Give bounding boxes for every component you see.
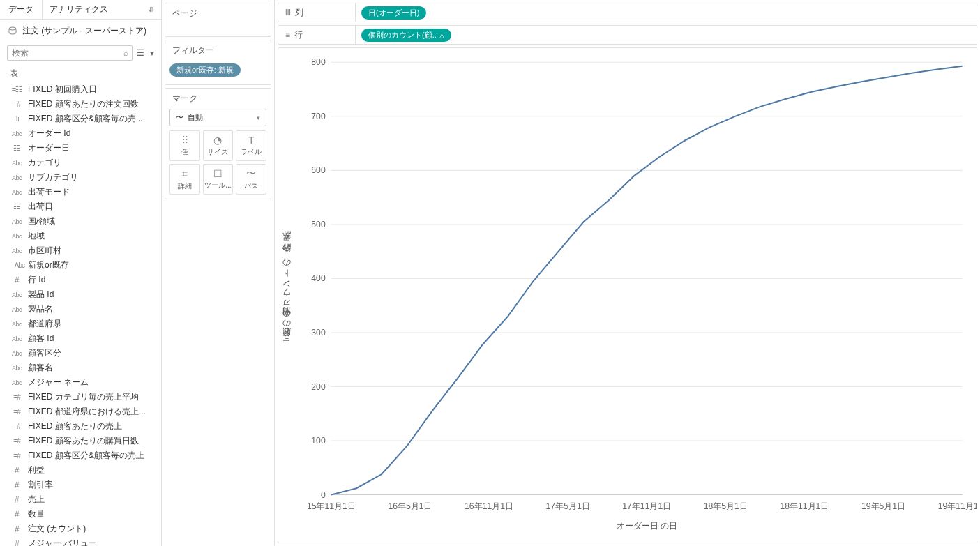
tab-data[interactable]: データ: [0, 0, 42, 19]
field-label: 割引率: [28, 479, 53, 491]
filter-pill[interactable]: 新規or既存: 新規: [169, 63, 241, 77]
field-item[interactable]: =#FIXED カテゴリ毎の売上平均: [0, 390, 161, 404]
field-type-icon: =☷: [11, 85, 22, 94]
field-item[interactable]: Abc出荷モード: [0, 185, 161, 199]
field-type-icon: =#: [11, 408, 22, 416]
field-type-icon: #: [11, 495, 22, 505]
field-item[interactable]: #売上: [0, 492, 161, 507]
field-item[interactable]: ☷出荷日: [0, 199, 161, 214]
view-list-icon[interactable]: ☰: [137, 47, 144, 59]
mark-type-dropdown[interactable]: 〜 自動: [169, 109, 266, 126]
field-item[interactable]: Abcメジャー ネーム: [0, 375, 161, 390]
field-type-icon: Abc: [11, 218, 22, 225]
line-chart: 010020030040050060070080015年11月1日16年5月1日…: [296, 48, 977, 538]
svg-text:0: 0: [321, 490, 326, 500]
line-icon: 〜: [176, 112, 183, 123]
mark-label-label: ラベル: [241, 147, 262, 157]
field-label: 注文 (カウント): [28, 523, 86, 535]
mark-label-button[interactable]: Tラベル: [236, 130, 266, 161]
field-item[interactable]: Abc国/領域: [0, 214, 161, 229]
svg-text:200: 200: [311, 382, 326, 392]
field-item[interactable]: Abc顧客名: [0, 361, 161, 375]
field-label: 市区町村: [28, 245, 61, 257]
field-label: 利益: [28, 464, 45, 476]
svg-text:400: 400: [311, 273, 326, 283]
field-label: 地域: [28, 230, 45, 242]
pages-card: ページ: [165, 3, 271, 37]
label-icon: T: [248, 135, 255, 146]
field-item[interactable]: =#FIXED 顧客あたりの売上: [0, 419, 161, 434]
svg-text:15年11月1日: 15年11月1日: [307, 501, 356, 511]
field-item[interactable]: Abc製品 Id: [0, 287, 161, 302]
field-item[interactable]: =#FIXED 顧客あたりの購買日数: [0, 434, 161, 448]
mark-tooltip-button[interactable]: ☐ツール...: [203, 164, 234, 195]
field-label: 国/領域: [28, 215, 55, 227]
field-item[interactable]: Abc都道府県: [0, 317, 161, 331]
svg-point-0: [9, 27, 16, 30]
field-item[interactable]: #数量: [0, 507, 161, 522]
datasource-row[interactable]: 注文 (サンプル - スーパーストア): [0, 20, 161, 43]
columns-shelf[interactable]: iii列 日(オーダー日): [278, 3, 977, 22]
search-input[interactable]: [7, 45, 133, 61]
rows-shelf[interactable]: ≡行 個別のカウント(顧..△: [278, 25, 977, 45]
field-label: 出荷日: [28, 201, 53, 213]
field-item[interactable]: Abcオーダー Id: [0, 126, 161, 141]
field-item[interactable]: Abc製品名: [0, 302, 161, 317]
field-item[interactable]: Abcサブカテゴリ: [0, 170, 161, 185]
field-item[interactable]: #メジャー バリュー: [0, 536, 161, 546]
field-type-icon: =Abc: [11, 261, 22, 269]
field-item[interactable]: ılıFIXED 顧客区分&顧客毎の売...: [0, 112, 161, 126]
field-item[interactable]: #利益: [0, 463, 161, 478]
field-item[interactable]: =Abc新規or既存: [0, 258, 161, 273]
field-label: FIXED 初回購入日: [28, 84, 97, 96]
field-type-icon: #: [11, 539, 22, 547]
field-item[interactable]: =#FIXED 都道府県における売上...: [0, 404, 161, 419]
field-label: 都道府県: [28, 318, 61, 330]
field-item[interactable]: =#FIXED 顧客あたりの注文回数: [0, 97, 161, 112]
field-label: 製品 Id: [28, 289, 54, 301]
field-type-icon: =#: [11, 437, 22, 445]
svg-text:800: 800: [311, 57, 326, 67]
field-item[interactable]: =☷FIXED 初回購入日: [0, 82, 161, 97]
field-item[interactable]: =#FIXED 顧客区分&顧客毎の売上: [0, 448, 161, 463]
field-item[interactable]: Abcカテゴリ: [0, 156, 161, 170]
cards-column: ページ フィルター 新規or既存: 新規 マーク 〜 自動 ⠿色 ◔サイズ Tラ…: [162, 0, 275, 546]
field-item[interactable]: #注文 (カウント): [0, 522, 161, 536]
tab-analytics[interactable]: アナリティクス ⇵: [42, 0, 161, 19]
tab-analytics-label: アナリティクス: [50, 3, 108, 15]
field-label: 製品名: [28, 303, 53, 315]
svg-text:17年11月1日: 17年11月1日: [622, 501, 671, 511]
dropdown-icon: ⇵: [149, 6, 154, 13]
mark-color-button[interactable]: ⠿色: [169, 130, 200, 161]
view-menu-icon[interactable]: ▾: [149, 47, 156, 59]
svg-text:700: 700: [311, 112, 326, 121]
field-type-icon: ılı: [11, 115, 22, 123]
field-item[interactable]: Abc顧客区分: [0, 346, 161, 361]
field-item[interactable]: ☷オーダー日: [0, 141, 161, 156]
field-item[interactable]: Abc市区町村: [0, 243, 161, 258]
data-pane: データ アナリティクス ⇵ 注文 (サンプル - スーパーストア) ⌕ ☰ ▾ …: [0, 0, 162, 546]
field-item[interactable]: #割引率: [0, 478, 161, 492]
field-label: FIXED 顧客あたりの購買日数: [28, 435, 139, 447]
rows-pill[interactable]: 個別のカウント(顧..△: [361, 29, 451, 42]
field-type-icon: Abc: [11, 335, 22, 342]
field-item[interactable]: Abc顧客 Id: [0, 331, 161, 346]
field-type-icon: =#: [11, 393, 22, 401]
field-type-icon: Abc: [11, 306, 22, 313]
columns-pill[interactable]: 日(オーダー日): [361, 6, 426, 20]
field-label: FIXED 顧客あたりの注文回数: [28, 98, 139, 110]
svg-text:19年5月1日: 19年5月1日: [861, 501, 905, 511]
field-item[interactable]: #行 Id: [0, 273, 161, 287]
field-label: 行 Id: [28, 274, 45, 286]
filters-card: フィルター 新規or既存: 新規: [165, 40, 271, 85]
mark-size-button[interactable]: ◔サイズ: [203, 130, 234, 161]
field-item[interactable]: Abc地域: [0, 229, 161, 243]
marks-card: マーク 〜 自動 ⠿色 ◔サイズ Tラベル ⌗詳細 ☐ツール... 〜パス: [165, 88, 271, 199]
mark-detail-button[interactable]: ⌗詳細: [169, 164, 200, 195]
y-axis-title: 顧客 Id の個別のカウント の 合計 の累計: [278, 48, 296, 543]
datasource-name: 注文 (サンプル - スーパーストア): [22, 25, 146, 37]
mark-path-button[interactable]: 〜パス: [236, 164, 266, 195]
field-type-icon: Abc: [11, 174, 22, 181]
field-label: FIXED 顧客区分&顧客毎の売...: [28, 113, 143, 125]
tooltip-icon: ☐: [213, 168, 223, 179]
